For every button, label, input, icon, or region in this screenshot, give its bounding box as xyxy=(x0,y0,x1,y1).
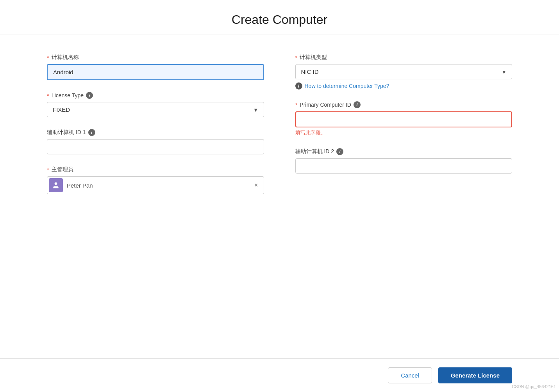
help-link-info-icon: i xyxy=(295,82,302,89)
primary-computer-id-required: * xyxy=(295,102,298,108)
aux-id1-label: 辅助计算机 ID 1 i xyxy=(47,129,264,136)
admin-clear-button[interactable]: × xyxy=(253,180,259,190)
aux-id1-input[interactable] xyxy=(47,139,264,154)
computer-type-required: * xyxy=(295,54,298,61)
cancel-button[interactable]: Cancel xyxy=(388,367,432,383)
primary-computer-id-info-icon[interactable]: i xyxy=(354,101,361,108)
license-type-label-text: License Type xyxy=(52,92,84,98)
page-container: Create Computer * 计算机名称 * License Type i xyxy=(0,0,559,392)
computer-type-field: * 计算机类型 NIC ID ▼ i How to determine Comp… xyxy=(295,54,513,89)
admin-name-text: Peter Pan xyxy=(67,182,253,189)
aux-id2-field: 辅助计算机 ID 2 i xyxy=(295,148,513,174)
license-type-field: * License Type i FIXED FLOATING NAMED ▼ xyxy=(47,92,264,117)
aux-id1-label-text: 辅助计算机 ID 1 xyxy=(47,129,86,136)
watermark: CSDN @qq_45642161 xyxy=(512,384,556,389)
form-col-right: * 计算机类型 NIC ID ▼ i How to determine Comp… xyxy=(295,54,513,206)
aux-id1-info-icon[interactable]: i xyxy=(88,129,95,136)
license-type-label: * License Type i xyxy=(47,92,264,99)
admin-label: * 主管理员 xyxy=(47,166,264,173)
primary-computer-id-input[interactable] xyxy=(295,111,513,127)
dialog-header: Create Computer xyxy=(0,0,559,34)
aux-id2-info-icon[interactable]: i xyxy=(336,148,343,155)
computer-name-required: * xyxy=(47,54,49,61)
computer-type-select[interactable]: NIC ID xyxy=(295,64,513,79)
admin-required: * xyxy=(47,166,49,173)
aux-id2-label-text: 辅助计算机 ID 2 xyxy=(295,148,334,155)
primary-computer-id-label-text: Primary Computer ID xyxy=(300,102,351,108)
computer-name-field: * 计算机名称 xyxy=(47,54,264,80)
help-link[interactable]: i How to determine Computer Type? xyxy=(295,82,513,89)
page-title: Create Computer xyxy=(0,13,559,27)
footer-bar: Cancel Generate License xyxy=(0,358,559,392)
computer-type-select-wrapper: NIC ID ▼ xyxy=(295,64,513,79)
help-link-text: How to determine Computer Type? xyxy=(305,83,389,89)
generate-license-button[interactable]: Generate License xyxy=(438,367,512,383)
license-type-select-wrapper: FIXED FLOATING NAMED ▼ xyxy=(47,102,264,117)
computer-type-label: * 计算机类型 xyxy=(295,54,513,61)
primary-computer-id-error: 填写此字段。 xyxy=(295,129,513,136)
form-area: * 计算机名称 * License Type i FIXED FLOATING … xyxy=(0,34,559,358)
aux-id2-label: 辅助计算机 ID 2 i xyxy=(295,148,513,155)
computer-name-label-text: 计算机名称 xyxy=(52,54,79,61)
computer-name-label: * 计算机名称 xyxy=(47,54,264,61)
computer-type-label-text: 计算机类型 xyxy=(300,54,327,61)
admin-field: * 主管理员 Peter Pan × xyxy=(47,166,264,194)
license-type-info-icon[interactable]: i xyxy=(86,92,93,99)
admin-avatar xyxy=(49,178,63,192)
svg-point-0 xyxy=(55,183,57,185)
primary-computer-id-field: * Primary Computer ID i 填写此字段。 xyxy=(295,101,513,136)
license-type-select[interactable]: FIXED FLOATING NAMED xyxy=(47,102,264,117)
computer-name-input[interactable] xyxy=(47,64,264,80)
admin-avatar-icon xyxy=(52,181,60,189)
aux-id2-input[interactable] xyxy=(295,158,513,174)
form-col-left: * 计算机名称 * License Type i FIXED FLOATING … xyxy=(47,54,264,206)
aux-id1-field: 辅助计算机 ID 1 i xyxy=(47,129,264,154)
license-type-required: * xyxy=(47,92,49,99)
admin-label-text: 主管理员 xyxy=(52,166,73,173)
primary-computer-id-label: * Primary Computer ID i xyxy=(295,101,513,108)
admin-input-wrapper: Peter Pan × xyxy=(47,176,264,194)
